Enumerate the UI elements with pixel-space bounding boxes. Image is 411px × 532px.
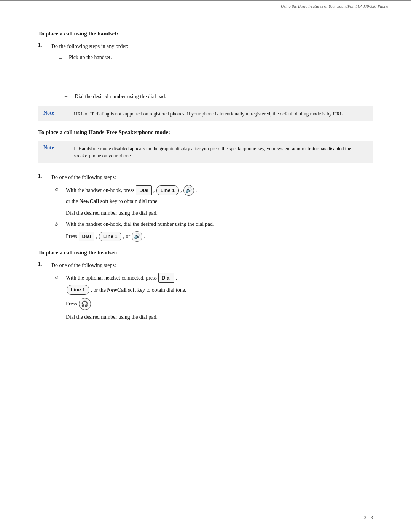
or-newcall-hs: , or the NewCall soft key to obtain dial… <box>91 286 186 294</box>
content-area: To place a call using the handset: 1. Do… <box>0 11 411 351</box>
substep-a-hs-press: Press 🎧 . <box>66 298 186 310</box>
speaker-icon-a: 🔊 <box>183 185 194 196</box>
substep-b: b With the handset on-hook, dial the des… <box>55 220 214 242</box>
substep-b-press-row: Press Dial , Line 1 , or 🔊 . <box>66 231 214 242</box>
step-number: 1. <box>38 42 49 48</box>
step-text-sp: Do one of the following steps: a With th… <box>51 173 214 242</box>
bullet-dash: – <box>59 54 67 62</box>
speaker-icon-b: 🔊 <box>132 231 142 242</box>
substep-a-dial: Dial the desired number using the dial p… <box>66 209 197 217</box>
label-a-hs: a <box>55 273 63 281</box>
spacer-2 <box>38 169 373 173</box>
dial-desired-a: Dial the desired number using the dial p… <box>66 210 158 216</box>
note-block-handset: Note URL or IP dialing is not supported … <box>38 106 373 121</box>
dial-button-a1: Dial <box>136 185 152 195</box>
step-text: Do the following steps in any order: – P… <box>51 42 128 65</box>
note-label-1: Note <box>43 110 70 116</box>
substep-a-hs-line2: Line 1 , or the NewCall soft key to obta… <box>66 285 186 295</box>
note-text-2: If Handsfree mode disabled appears on th… <box>74 145 368 160</box>
page-number: 3 - 3 <box>364 514 373 521</box>
step-1-handset: 1. Do the following steps in any order: … <box>38 42 373 65</box>
with-headset-text: With the optional headset connected, pre… <box>66 274 157 282</box>
dial-button-b: Dial <box>79 232 95 241</box>
spacer-1 <box>38 67 373 89</box>
substep-a: a With the handset on-hook, press Dial ,… <box>55 185 214 242</box>
comma-sp: , <box>196 186 197 194</box>
sub-list-dial: – Dial the desired number using the dial… <box>65 93 373 101</box>
section-headset: To place a call using the headset: 1. Do… <box>38 249 373 321</box>
section-heading-headset: To place a call using the headset: <box>38 249 373 256</box>
step-1-headset: 1. Do one of the following steps: a With… <box>38 261 373 321</box>
comma-2: , <box>180 186 182 194</box>
with-handset-b-text: With the handset on-hook, dial the desir… <box>66 221 214 227</box>
sub-item-pickup: – Pick up the handset. <box>59 53 128 62</box>
dial-button-hs: Dial <box>158 273 174 283</box>
newcall-bold: NewCall <box>80 198 99 204</box>
pickup-text: Pick up the handset. <box>69 53 112 62</box>
dial-pad-item: – Dial the desired number using the dial… <box>57 93 373 101</box>
note-block-speakerphone: Note If Handsfree mode disabled appears … <box>38 141 373 163</box>
with-handset-text: With the handset on-hook, press <box>66 186 134 194</box>
substep-a-line1: With the handset on-hook, press Dial , L… <box>66 185 197 196</box>
press-text-hs: Press <box>66 300 77 308</box>
headset-icon: 🎧 <box>79 298 91 310</box>
newcall-bold-hs: NewCall <box>107 287 126 293</box>
comma-1: , <box>153 186 155 194</box>
label-a: a <box>55 185 63 193</box>
sub-list-handset: – Pick up the handset. <box>59 53 128 62</box>
step-1-speakerphone: 1. Do one of the following steps: a With… <box>38 173 373 242</box>
page-container: Using the Basic Features of Your SoundPo… <box>0 0 411 532</box>
substep-b-content: With the handset on-hook, dial the desir… <box>66 220 214 242</box>
substep-a-content: With the handset on-hook, press Dial , L… <box>66 185 197 217</box>
section-handset: To place a call using the handset: 1. Do… <box>38 30 373 121</box>
substep-a-hs-content: With the optional headset connected, pre… <box>66 273 186 321</box>
note-label-2: Note <box>43 145 70 151</box>
line1-button-hs: Line 1 <box>67 285 89 295</box>
substep-a-hs-row: a With the optional headset connected, p… <box>55 273 186 321</box>
label-b: b <box>55 220 63 228</box>
section-heading-speakerphone: To place a call using Hands-Free Speaker… <box>38 129 373 136</box>
note-text-1: URL or IP dialing is not supported on re… <box>74 110 344 118</box>
section-speakerphone: To place a call using Hands-Free Speaker… <box>38 129 373 242</box>
bullet-dash-2: – <box>65 93 72 99</box>
or-b: , or <box>123 232 130 240</box>
period-b: . <box>144 232 145 240</box>
or-newcall-text: or the NewCall soft key to obtain dial t… <box>66 198 159 204</box>
period-hs: . <box>92 300 94 308</box>
substep-a-row: a With the handset on-hook, press Dial ,… <box>55 185 214 217</box>
line1-button-a1: Line 1 <box>156 185 179 195</box>
press-text-b: Press <box>66 232 77 240</box>
step-do-one-hs: Do one of the following steps: <box>51 262 116 268</box>
header-text: Using the Basic Features of Your SoundPo… <box>281 4 388 8</box>
dial-text: Dial the desired number using the dial p… <box>75 93 166 101</box>
sub-item-dial: – Dial the desired number using the dial… <box>65 93 373 101</box>
step-number-hs: 1. <box>38 261 49 267</box>
substep-a-hs-line1: With the optional headset connected, pre… <box>66 273 186 283</box>
section-heading-handset: To place a call using the handset: <box>38 30 373 37</box>
step-do-one: Do one of the following steps: <box>51 174 116 180</box>
substep-b-line1: With the handset on-hook, dial the desir… <box>66 220 214 228</box>
comma-hs: , <box>176 274 177 282</box>
step-do-following: Do the following steps in any order: <box>51 43 128 49</box>
substep-a-hs-dial: Dial the desired number using the dial p… <box>66 313 186 321</box>
step-text-hs: Do one of the following steps: a With th… <box>51 261 186 321</box>
substep-a-headset: a With the optional headset connected, p… <box>55 273 186 321</box>
comma-b: , <box>96 232 97 240</box>
page-header: Using the Basic Features of Your SoundPo… <box>0 0 411 11</box>
line1-button-b: Line 1 <box>99 232 122 241</box>
dial-desired-hs: Dial the desired number using the dial p… <box>66 314 158 320</box>
substep-a-line2: or the NewCall soft key to obtain dial t… <box>66 197 197 205</box>
step-number-sp: 1. <box>38 173 49 179</box>
